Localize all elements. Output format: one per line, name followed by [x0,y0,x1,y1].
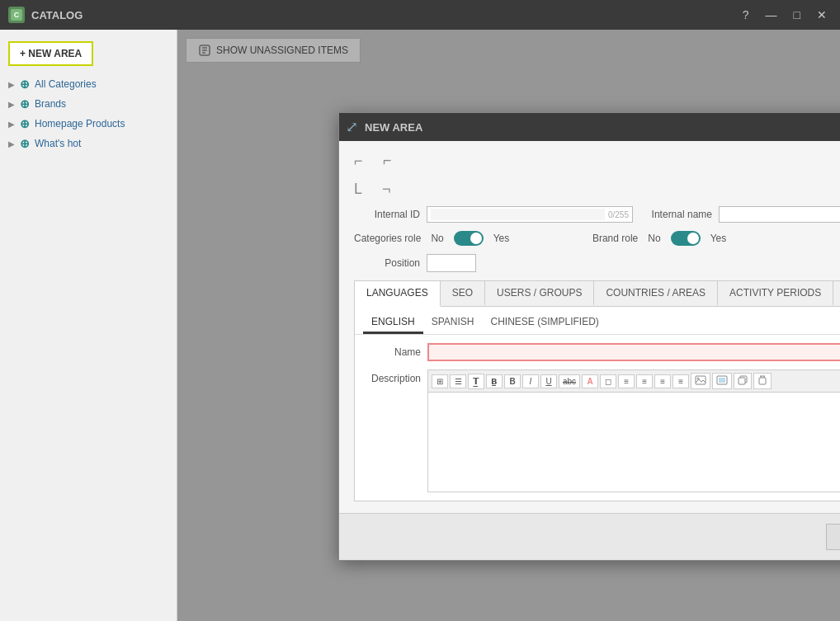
rte-btn-text-color[interactable]: A [582,374,598,388]
resize-corners-top: ⌐ ¬ [354,153,391,177]
rte-btn-italic[interactable]: I [522,374,539,388]
sidebar-item-label: What's hot [35,138,81,149]
subtab-chinese-simplified[interactable]: CHINESE (SIMPLIFIED) [482,312,606,334]
svg-rect-9 [719,378,725,383]
form-row-ids: Internal ID 0/255 Internal name 0/255 [354,206,840,223]
add-icon: ⊕ [20,78,30,91]
minimize-button[interactable]: — [761,7,782,23]
app-icon: C [8,7,25,23]
add-icon: ⊕ [20,137,30,150]
description-row: Description ⊞ ☰ T̲ B̲ B I [363,369,840,492]
resize-corner-br[interactable]: ⌐ [382,181,391,198]
internal-name-group: Internal name 0/255 [646,206,840,223]
tab-activity-periods[interactable]: ACTIVITY PERIODS [718,281,833,306]
description-label: Description [363,369,421,492]
internal-name-label: Internal name [646,209,712,220]
close-button[interactable]: ✕ [812,7,832,23]
subtab-english[interactable]: ENGLISH [363,312,423,334]
main-content: SHOW UNASSIGNED ITEMS ⤢ NEW AREA — □ ✕ [177,30,840,621]
rte-btn-align-right[interactable]: ≡ [654,374,671,388]
position-input[interactable]: 0 [427,254,476,272]
modal-title: NEW AREA [365,121,840,134]
subtab-row: ENGLISH SPANISH CHINESE (SIMPLIFIED) [355,307,840,335]
sidebar-item-homepage-products[interactable]: ▶ ⊕ Homepage Products [0,114,177,134]
new-area-button[interactable]: + NEW AREA [8,41,93,66]
expand-icon: ▶ [8,120,15,129]
internal-id-input[interactable] [431,209,605,220]
brand-role-label: Brand role [572,233,638,244]
sidebar-item-label: Homepage Products [35,118,125,129]
modal-titlebar: ⤢ NEW AREA — □ ✕ [339,113,840,141]
sidebar-item-whats-hot[interactable]: ▶ ⊕ What's hot [0,134,177,153]
svg-rect-12 [759,378,766,384]
name-row: Name 0/255 [363,343,840,361]
rte-btn-delete[interactable] [753,373,772,389]
rte-btn-align-left[interactable]: ≡ [618,374,635,388]
rte-btn-justify[interactable]: ≡ [672,374,689,388]
tab-inner: Name 0/255 Description [363,343,840,492]
add-icon: ⊕ [20,117,30,130]
categories-role-no: No [431,233,443,244]
categories-role-label: Categories role [354,233,421,244]
brand-role-toggle[interactable] [671,231,701,246]
tab-users-groups[interactable]: USERS / GROUPS [485,281,594,306]
tab-countries-areas[interactable]: COUNTRIES / AREAS [594,281,718,306]
svg-rect-6 [696,376,706,384]
expand-icon: ▶ [8,139,15,148]
rte-edit-area[interactable] [428,393,840,492]
name-input[interactable] [432,346,840,358]
internal-name-input[interactable] [723,209,840,220]
rte-btn-underline[interactable]: U [540,374,557,388]
tabs-container: LANGUAGES SEO USERS / GROUPS COUNTRIES /… [354,280,840,501]
tab-languages[interactable]: LANGUAGES [355,281,441,307]
rte-btn-image[interactable] [691,373,710,389]
cancel-button[interactable]: CANCEL [826,524,840,550]
app-window: C CATALOG ? — □ ✕ + NEW AREA ▶ ⊕ All Cat… [0,0,840,621]
rte-btn-blocks[interactable]: ⊞ [432,374,448,388]
rte-btn-bold[interactable]: B [504,374,521,388]
rte-btn-align-center[interactable]: ≡ [636,374,653,388]
expand-icon: ▶ [8,80,15,89]
rte-btn-text-style[interactable]: T̲ [468,374,484,389]
rte-btn-bg-color[interactable]: ◻ [600,374,616,388]
internal-id-group: Internal ID 0/255 [354,206,633,223]
sidebar-item-label: All Categories [35,78,97,90]
position-group: Position 0 [354,254,476,272]
rte-btn-copy[interactable] [734,373,752,389]
categories-role-toggle[interactable] [454,231,484,246]
position-label: Position [354,257,420,269]
tab-content: Name 0/255 Description [355,335,840,501]
image-icon [695,375,706,385]
sidebar-item-brands[interactable]: ▶ ⊕ Brands [0,94,177,114]
rte-container: ⊞ ☰ T̲ B̲ B I U abc A [427,369,840,492]
delete-icon [757,375,767,385]
form-row-position: Position 0 [354,254,840,272]
rte-btn-underline-bold[interactable]: B̲ [486,374,503,388]
rte-toolbar: ⊞ ☰ T̲ B̲ B I U abc A [428,370,840,393]
brand-role-no: No [648,233,660,244]
resize-corner-tr[interactable]: ¬ [383,153,392,177]
expand-icon: ▶ [8,100,15,109]
resize-corner-tl[interactable]: ⌐ [354,153,363,177]
tab-seo[interactable]: SEO [441,281,485,306]
modal-footer: CANCEL SAVE [339,513,840,560]
rte-btn-list[interactable]: ☰ [450,374,466,388]
tab-row: LANGUAGES SEO USERS / GROUPS COUNTRIES /… [355,281,840,307]
internal-name-wrapper: 0/255 [719,206,840,223]
svg-text:C: C [14,11,20,19]
internal-id-char-count: 0/255 [608,210,629,219]
subtab-spanish[interactable]: SPANISH [423,312,483,334]
internal-id-label: Internal ID [354,209,420,220]
help-button[interactable]: ? [738,7,754,23]
sidebar-item-all-categories[interactable]: ▶ ⊕ All Categories [0,74,177,94]
sidebar: + NEW AREA ▶ ⊕ All Categories ▶ ⊕ Brands… [0,30,177,621]
categories-role-group: Categories role No Yes [354,231,509,246]
maximize-button[interactable]: □ [789,7,805,23]
internal-id-wrapper: 0/255 [427,206,633,223]
modal-body: ⌐ ¬ Enabled No Yes [339,141,840,513]
rte-btn-strikethrough[interactable]: abc [559,374,580,388]
resize-corner-bl[interactable]: L [354,181,362,198]
rte-btn-media[interactable] [712,373,732,389]
brand-role-yes: Yes [710,233,727,244]
app-titlebar: C CATALOG ? — □ ✕ [0,0,840,30]
